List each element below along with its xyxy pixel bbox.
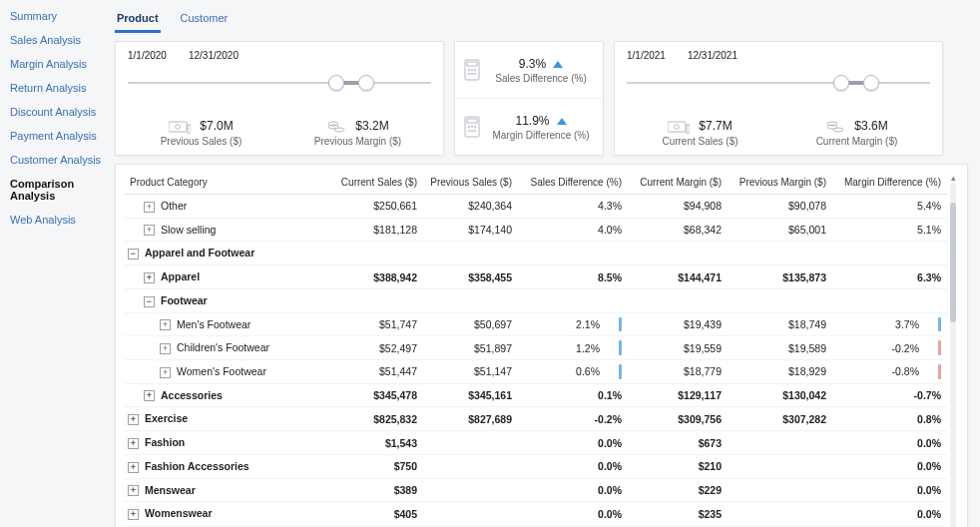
table-row[interactable]: +Exercise$825,832$827,689-0.2%$309,756$3…: [124, 407, 947, 431]
cell: $181,128: [333, 218, 423, 242]
curr-margin-value: $3.6M: [854, 119, 887, 133]
category-label: Apparel and Footwear: [145, 247, 254, 259]
slider-handle-icon[interactable]: [328, 75, 344, 91]
table-row[interactable]: +Slow selling$181,128$174,1404.0%$68,342…: [124, 218, 947, 242]
expand-icon[interactable]: +: [144, 390, 155, 401]
cell: [628, 288, 728, 312]
prev-sales-label: Previous Sales ($): [128, 136, 274, 147]
expand-icon[interactable]: +: [128, 438, 139, 449]
sidebar-item-customer-analysis[interactable]: Customer Analysis: [0, 148, 115, 172]
curr-range-slider[interactable]: [627, 82, 930, 84]
cell: 0.0%: [518, 431, 628, 455]
cell: [333, 242, 423, 265]
cell: 0.1%: [518, 383, 628, 407]
expand-icon[interactable]: +: [128, 414, 139, 425]
svg-point-19: [468, 130, 470, 132]
cell: [728, 242, 832, 265]
cell: $51,147: [423, 360, 518, 384]
category-label: Children's Footwear: [177, 341, 269, 353]
sidebar-item-payment-analysis[interactable]: Payment Analysis: [0, 124, 115, 148]
table-row[interactable]: +Menswear$3890.0%$2290.0%: [124, 478, 947, 502]
expand-icon[interactable]: +: [128, 462, 139, 473]
sidebar-item-margin-analysis[interactable]: Margin Analysis: [0, 52, 115, 76]
sidebar-item-summary[interactable]: Summary: [0, 4, 115, 28]
col-header[interactable]: Sales Difference (%): [518, 171, 628, 195]
expand-icon[interactable]: +: [160, 343, 171, 354]
tab-product[interactable]: Product: [115, 8, 161, 33]
sales-diff-value: 9.3%: [519, 57, 546, 71]
expand-icon[interactable]: +: [144, 272, 155, 283]
category-label: Fashion: [145, 436, 185, 448]
table-row[interactable]: +Women's Footwear$51,447$51,1470.6%$18,7…: [124, 360, 947, 384]
col-header[interactable]: Previous Margin ($): [728, 171, 832, 195]
sidebar-item-discount-analysis[interactable]: Discount Analysis: [0, 100, 115, 124]
sidebar-item-sales-analysis[interactable]: Sales Analysis: [0, 28, 115, 52]
diff-bar-icon: [619, 340, 622, 355]
expand-icon[interactable]: +: [144, 202, 155, 213]
sidebar-item-web-analysis[interactable]: Web Analysis: [0, 208, 115, 232]
table-row[interactable]: +Accessories$345,478$345,1610.1%$129,117…: [124, 383, 947, 407]
expand-icon[interactable]: +: [160, 367, 171, 378]
collapse-icon[interactable]: −: [128, 249, 139, 260]
cell: $307,282: [728, 407, 832, 431]
cell: $345,161: [423, 383, 518, 407]
curr-sales-value: $7.7M: [699, 119, 732, 133]
prev-to-date: 12/31/2020: [189, 50, 239, 61]
table-row[interactable]: −Footwear: [124, 288, 947, 312]
cell: [832, 288, 947, 312]
cell: $825,832: [333, 407, 423, 431]
cell: $19,589: [728, 336, 832, 360]
expand-icon[interactable]: +: [160, 319, 171, 330]
prev-range-slider[interactable]: [128, 82, 431, 84]
category-label: Slow selling: [161, 224, 216, 236]
slider-handle-icon[interactable]: [358, 75, 374, 91]
svg-point-21: [474, 130, 476, 132]
svg-point-9: [471, 69, 473, 71]
col-header[interactable]: Previous Sales ($): [423, 171, 518, 195]
col-header[interactable]: Current Sales ($): [333, 171, 423, 195]
diff-bar-icon: [619, 364, 622, 379]
cell: [518, 288, 628, 312]
vertical-scrollbar[interactable]: ▴ ▾: [947, 171, 959, 527]
table-row[interactable]: +Womenswear$4050.0%$2350.0%: [124, 502, 947, 526]
cell: [728, 454, 832, 478]
expand-icon[interactable]: +: [128, 485, 139, 496]
table-row[interactable]: +Apparel$388,942$358,4558.5%$144,471$135…: [124, 265, 947, 289]
category-label: Other: [161, 200, 187, 212]
slider-handle-icon[interactable]: [833, 75, 849, 91]
sidebar-item-comparison-analysis[interactable]: Comparison Analysis: [0, 172, 115, 208]
cell: $250,661: [333, 195, 423, 219]
table-row[interactable]: +Fashion Accessories$7500.0%$2100.0%: [124, 454, 947, 478]
table-row[interactable]: +Men's Footwear$51,747$50,6972.1%$19,439…: [124, 312, 947, 336]
kpi-row: 1/1/2020 12/31/2020 $7.0M Previous Sales…: [115, 41, 968, 156]
cell: $389: [333, 478, 423, 502]
margin-diff-label: Margin Difference (%): [487, 130, 595, 141]
collapse-icon[interactable]: −: [144, 296, 155, 307]
expand-icon[interactable]: +: [128, 509, 139, 520]
cell: 4.3%: [518, 195, 628, 219]
svg-point-16: [468, 126, 470, 128]
table-row[interactable]: −Apparel and Footwear: [124, 242, 947, 265]
col-header[interactable]: Margin Difference (%): [832, 171, 947, 195]
previous-period-card: 1/1/2020 12/31/2020 $7.0M Previous Sales…: [115, 41, 444, 156]
cell: $174,140: [423, 218, 518, 242]
cell: [423, 454, 518, 478]
svg-point-1: [176, 125, 181, 130]
tab-customer[interactable]: Customer: [179, 8, 231, 33]
sidebar-item-return-analysis[interactable]: Return Analysis: [0, 76, 115, 100]
table-row[interactable]: +Children's Footwear$52,497$51,8971.2%$1…: [124, 336, 947, 360]
scroll-thumb[interactable]: [950, 203, 956, 322]
cell: $18,749: [728, 312, 832, 336]
cell: 0.0%: [518, 502, 628, 526]
scroll-up-icon[interactable]: ▴: [951, 173, 956, 183]
table-row[interactable]: +Other$250,661$240,3644.3%$94,908$90,078…: [124, 195, 947, 219]
table-scroll[interactable]: Product CategoryCurrent Sales ($)Previou…: [124, 171, 947, 527]
cell: $51,897: [423, 336, 518, 360]
expand-icon[interactable]: +: [144, 225, 155, 236]
col-header[interactable]: Product Category: [124, 171, 333, 195]
cell: $50,697: [423, 312, 518, 336]
slider-handle-icon[interactable]: [863, 75, 879, 91]
col-header[interactable]: Current Margin ($): [628, 171, 728, 195]
svg-point-10: [474, 69, 476, 71]
table-row[interactable]: +Fashion$1,5430.0%$6730.0%: [124, 431, 947, 455]
